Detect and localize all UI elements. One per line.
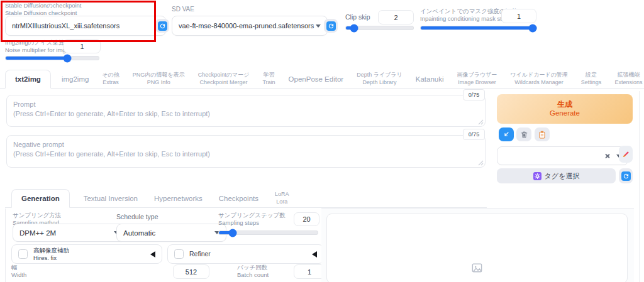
clip-skip-value: 2 (394, 14, 397, 21)
hires-fix-label: 高解像度補助 Hires. fix (33, 247, 69, 262)
schedule-type-label-text: Schedule type (116, 213, 158, 220)
tab-train[interactable]: 学習 Train (260, 70, 277, 88)
schedule-type-dropdown[interactable]: Automatic (116, 224, 226, 242)
tab-openpose-editor[interactable]: OpenPose Editor (286, 70, 347, 88)
tag-refresh-button[interactable] (619, 168, 633, 183)
clip-skip-input[interactable]: 2 (378, 10, 414, 24)
batch-count-label-ja: バッチ回数 (237, 264, 269, 271)
tab-train-label-en: Train (262, 79, 275, 86)
subtab-hypernetworks-label: Hypernetworks (154, 195, 203, 202)
clip-skip-slider-knob[interactable] (350, 24, 358, 32)
resize-grip-icon[interactable] (478, 119, 484, 125)
clip-skip-label-text: Clip skip (345, 13, 370, 21)
tab-image-browser[interactable]: 画像ブラウザー Image Browser (455, 70, 500, 88)
checkpoint-label: Stable Diffusionのcheckpoint Stable Diffu… (5, 2, 82, 16)
schedule-type-value: Automatic (123, 229, 155, 237)
subtab-hypernetworks[interactable]: Hypernetworks (152, 189, 205, 207)
vae-refresh-button[interactable] (324, 19, 338, 33)
sampling-steps-slider-knob[interactable] (228, 229, 236, 237)
styles-dropdown[interactable] (497, 146, 628, 165)
refiner-accordion[interactable]: Refiner (167, 244, 324, 264)
batch-count-label-en: Batch count (237, 271, 269, 279)
vae-label-text: SD VAE (172, 6, 194, 13)
gear-icon (533, 172, 541, 180)
subtab-textual-inversion[interactable]: Textual Inversion (81, 189, 140, 207)
refresh-icon (621, 171, 631, 181)
negative-prompt-placeholder-line2: (Press Ctrl+Enter to generate, Alt+Enter… (13, 149, 479, 159)
tab-image-browser-label-en: Image Browser (458, 79, 496, 86)
noise-multiplier-input[interactable]: 1 (64, 39, 101, 53)
inpaint-mask-strength-value: 1 (517, 13, 521, 20)
checkpoint-dropdown[interactable]: ntrMIXIllustriousXL_xiii.safetensors (5, 16, 166, 36)
clip-skip-slider[interactable] (345, 26, 414, 30)
tab-openpose-editor-label: OpenPose Editor (289, 75, 344, 83)
tab-image-browser-label-ja: 画像ブラウザー (457, 72, 497, 79)
generate-button[interactable]: 生成 Generate (497, 94, 633, 124)
inpaint-mask-strength-slider-knob[interactable] (528, 24, 536, 32)
batch-count-label: バッチ回数 Batch count (237, 264, 269, 278)
tab-depth-library-label-ja: Depth ライブラリ (357, 72, 402, 79)
prompt-placeholder-line1: Prompt (13, 100, 479, 109)
tab-katanuki-label: Katanuki (416, 75, 444, 83)
tab-depth-library[interactable]: Depth ライブラリ Depth Library (354, 70, 405, 88)
page-edge-divider (639, 91, 640, 282)
batch-count-input[interactable]: 1 (294, 264, 325, 279)
tab-extensions-label-ja: 拡張機能 (617, 72, 640, 79)
tab-txt2img[interactable]: txt2img (5, 70, 51, 89)
width-input[interactable]: 512 (173, 264, 209, 279)
refresh-icon (326, 21, 336, 31)
tag-select-button-label: タグを選択 (545, 171, 580, 181)
prompt-token-counter: 0/75 (463, 89, 485, 100)
subtab-lora[interactable]: LoRA Lora (272, 189, 292, 207)
tab-png-info[interactable]: PNG内の情報を表示 PNG Info (130, 70, 187, 88)
checkpoint-refresh-button[interactable] (155, 19, 169, 33)
inpaint-mask-strength-slider-fill (421, 26, 536, 30)
hires-fix-label-en: Hires. fix (33, 254, 69, 262)
sampling-method-dropdown[interactable]: DPM++ 2M (13, 224, 126, 242)
schedule-type-label: Schedule type (116, 213, 158, 220)
refiner-label: Refiner (189, 250, 211, 258)
subtab-generation[interactable]: Generation (11, 189, 70, 208)
output-image-area[interactable] (326, 214, 628, 282)
tag-select-button[interactable]: タグを選択 (497, 168, 616, 183)
apply-styles-button[interactable] (535, 127, 550, 141)
hires-fix-accordion[interactable]: 高解像度補助 Hires. fix (11, 244, 162, 264)
negative-prompt-textarea[interactable]: Negative prompt (Press Ctrl+Enter to gen… (6, 135, 486, 168)
collapse-left-icon[interactable] (150, 251, 155, 258)
sampling-steps-input[interactable]: 20 (294, 212, 319, 226)
tab-png-info-label-ja: PNG内の情報を表示 (133, 72, 185, 79)
tab-extensions[interactable]: 拡張機能 Extensions (612, 70, 644, 88)
subtab-checkpoints[interactable]: Checkpoints (216, 189, 261, 207)
clear-prompt-button[interactable] (516, 127, 531, 141)
clip-skip-label: Clip skip (345, 13, 370, 21)
clear-x-icon[interactable] (604, 153, 610, 159)
inpaint-mask-strength-slider[interactable] (420, 26, 537, 30)
sampling-method-label-ja: サンプリング方法 (13, 212, 61, 219)
vae-dropdown[interactable]: vae-ft-mse-840000-ema-pruned.safetensors (172, 16, 328, 36)
inpaint-mask-strength-input[interactable]: 1 (501, 9, 536, 23)
tab-settings[interactable]: 設定 Settings (579, 70, 604, 88)
paste-generation-params-button[interactable] (499, 127, 514, 141)
edit-styles-button[interactable] (619, 146, 633, 163)
tab-katanuki[interactable]: Katanuki (413, 70, 447, 88)
width-label-ja: 幅 (11, 264, 26, 271)
tab-txt2img-label: txt2img (15, 75, 41, 83)
tab-wildcards-manager[interactable]: ワイルドカードの管理 Wildcards Manager (508, 70, 570, 88)
collapse-left-icon[interactable] (312, 251, 317, 258)
sampling-steps-slider[interactable] (218, 230, 318, 235)
prompt-placeholder-line2: (Press Ctrl+Enter to generate, Alt+Enter… (13, 109, 479, 119)
main-tab-bar: txt2img img2img その他 Extras PNG内の情報を表示 PN… (0, 70, 644, 89)
noise-multiplier-slider[interactable] (5, 56, 99, 60)
tab-train-label-ja: 学習 (263, 72, 274, 79)
vae-dropdown-value: vae-ft-mse-840000-ema-pruned.safetensors (179, 22, 314, 30)
noise-multiplier-slider-knob[interactable] (63, 54, 71, 62)
resize-grip-icon[interactable] (478, 160, 484, 166)
subtab-textual-inversion-label: Textual Inversion (84, 195, 138, 202)
tab-checkpoint-merger[interactable]: Checkpointのマージ Checkpoint Merger (196, 70, 252, 88)
width-label-en: Width (11, 271, 26, 279)
tab-extras[interactable]: その他 Extras (99, 70, 121, 88)
prompt-textarea[interactable]: Prompt (Press Ctrl+Enter to generate, Al… (6, 95, 486, 127)
tab-img2img[interactable]: img2img (59, 70, 91, 88)
refiner-checkbox[interactable] (174, 249, 184, 259)
hires-fix-checkbox[interactable] (18, 249, 28, 259)
